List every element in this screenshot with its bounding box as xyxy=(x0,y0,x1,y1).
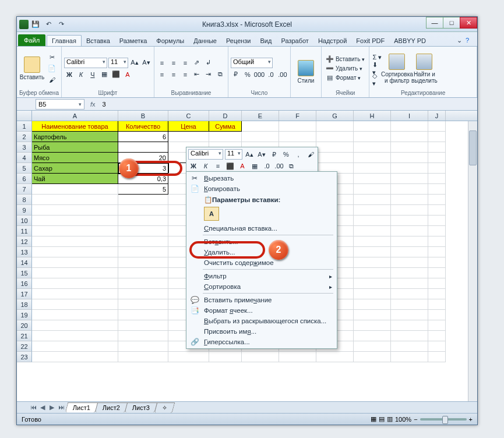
cell[interactable] xyxy=(118,289,168,299)
row-header[interactable]: 23 xyxy=(17,352,32,362)
cell[interactable] xyxy=(428,132,446,142)
cell[interactable] xyxy=(354,195,391,205)
cell[interactable] xyxy=(118,247,168,257)
view-layout-icon[interactable]: ▤ xyxy=(379,415,385,423)
cell[interactable] xyxy=(428,247,446,257)
cell[interactable] xyxy=(391,174,428,184)
cell[interactable] xyxy=(354,331,391,341)
cell[interactable] xyxy=(428,174,446,184)
cell[interactable] xyxy=(391,257,428,268)
cell[interactable] xyxy=(354,226,391,236)
cell[interactable] xyxy=(354,236,391,247)
cell[interactable] xyxy=(391,352,428,362)
cell[interactable] xyxy=(118,331,168,341)
cell[interactable] xyxy=(391,132,428,142)
row-header[interactable]: 4 xyxy=(17,153,32,163)
cell[interactable] xyxy=(118,236,168,247)
sheet-nav-first[interactable]: ⏮ xyxy=(29,404,38,411)
currency-icon[interactable]: ₽ xyxy=(231,69,241,80)
cell[interactable] xyxy=(354,278,391,289)
col-header-H[interactable]: H xyxy=(354,111,391,121)
help-icon[interactable]: ? xyxy=(466,37,469,44)
cell[interactable] xyxy=(354,153,391,163)
cell[interactable] xyxy=(428,289,446,299)
row-header[interactable]: 22 xyxy=(17,341,32,352)
cell[interactable] xyxy=(279,121,316,132)
cell[interactable]: Картофель xyxy=(32,132,118,142)
mini-percent-icon[interactable]: % xyxy=(281,149,291,160)
font-name-combo[interactable]: Calibri xyxy=(64,58,107,68)
cell[interactable] xyxy=(354,163,391,174)
row-header[interactable]: 18 xyxy=(17,299,32,310)
cell[interactable] xyxy=(391,163,428,174)
view-break-icon[interactable]: ▥ xyxy=(387,415,393,423)
cell[interactable] xyxy=(428,257,446,268)
align-mid-icon[interactable]: ≡ xyxy=(168,58,179,68)
cell[interactable] xyxy=(428,331,446,341)
select-all-button[interactable] xyxy=(17,111,32,121)
cell[interactable] xyxy=(279,352,316,362)
cell[interactable] xyxy=(354,289,391,299)
cell[interactable] xyxy=(391,268,428,278)
cell[interactable] xyxy=(428,184,446,195)
mini-font-combo[interactable]: Calibri xyxy=(188,149,223,160)
sheet-tab-1[interactable]: Лист1 xyxy=(65,402,98,412)
font-color-icon[interactable]: A xyxy=(122,69,133,80)
cell[interactable] xyxy=(32,331,118,341)
mini-inc-dec-icon[interactable]: .0 xyxy=(262,161,272,171)
row-header[interactable]: 13 xyxy=(17,247,32,257)
cell[interactable] xyxy=(32,268,118,278)
ctx-define-name[interactable]: Присвоить имя... xyxy=(186,326,337,337)
row-header[interactable]: 2 xyxy=(17,132,32,142)
cell[interactable]: Количество xyxy=(118,121,168,132)
tab-data[interactable]: Данные xyxy=(189,36,221,46)
save-button[interactable]: 💾 xyxy=(30,19,41,30)
col-header-A[interactable]: A xyxy=(32,111,118,121)
cell[interactable] xyxy=(428,341,446,352)
cell[interactable]: Наименование товара xyxy=(32,121,118,132)
cell[interactable] xyxy=(428,352,446,362)
tab-formulas[interactable]: Формулы xyxy=(151,36,189,46)
cell[interactable] xyxy=(391,236,428,247)
align-right-icon[interactable]: ≡ xyxy=(180,69,191,80)
cell[interactable] xyxy=(354,268,391,278)
ctx-sort[interactable]: Сортировка xyxy=(186,281,337,292)
row-header[interactable]: 6 xyxy=(17,174,32,184)
tab-review[interactable]: Рецензи xyxy=(221,36,256,46)
cell[interactable] xyxy=(209,132,242,142)
cell[interactable]: 5 xyxy=(118,184,168,195)
fx-icon[interactable]: fx xyxy=(87,101,99,108)
copy-icon[interactable]: 📄 xyxy=(47,63,57,74)
ctx-delete[interactable]: Удалить... xyxy=(186,247,337,257)
cell[interactable] xyxy=(118,257,168,268)
inc-decimal-icon[interactable]: .0 xyxy=(266,69,276,80)
cell[interactable] xyxy=(391,289,428,299)
cell[interactable] xyxy=(354,142,391,153)
mini-shrink-icon[interactable]: A▾ xyxy=(256,149,267,160)
fill-color-icon[interactable]: ⬛ xyxy=(111,69,121,80)
cell[interactable] xyxy=(168,352,209,362)
dec-decimal-icon[interactable]: .00 xyxy=(277,69,288,80)
row-header[interactable]: 17 xyxy=(17,289,32,299)
cell[interactable]: Мясо xyxy=(32,153,118,163)
align-center-icon[interactable]: ≡ xyxy=(168,69,179,80)
col-header-C[interactable]: C xyxy=(168,111,209,121)
tab-foxit[interactable]: Foxit PDF xyxy=(351,36,389,46)
align-left-icon[interactable]: ≡ xyxy=(157,69,167,80)
cell[interactable] xyxy=(391,184,428,195)
cell[interactable] xyxy=(391,153,428,163)
cell[interactable] xyxy=(354,320,391,331)
mini-format-painter-icon[interactable]: 🖌 xyxy=(305,149,316,160)
tab-insert[interactable]: Вставка xyxy=(82,36,115,46)
cell[interactable] xyxy=(118,195,168,205)
cut-icon[interactable]: ✂ xyxy=(47,52,57,63)
cell[interactable] xyxy=(118,268,168,278)
cell[interactable] xyxy=(354,205,391,216)
orientation-icon[interactable]: ⇗ xyxy=(192,58,202,68)
cell[interactable] xyxy=(428,205,446,216)
cell[interactable] xyxy=(354,121,391,132)
cell[interactable] xyxy=(242,352,279,362)
cell[interactable] xyxy=(118,278,168,289)
bold-button[interactable]: Ж xyxy=(64,69,75,80)
zoom-level[interactable]: 100% xyxy=(395,416,411,423)
